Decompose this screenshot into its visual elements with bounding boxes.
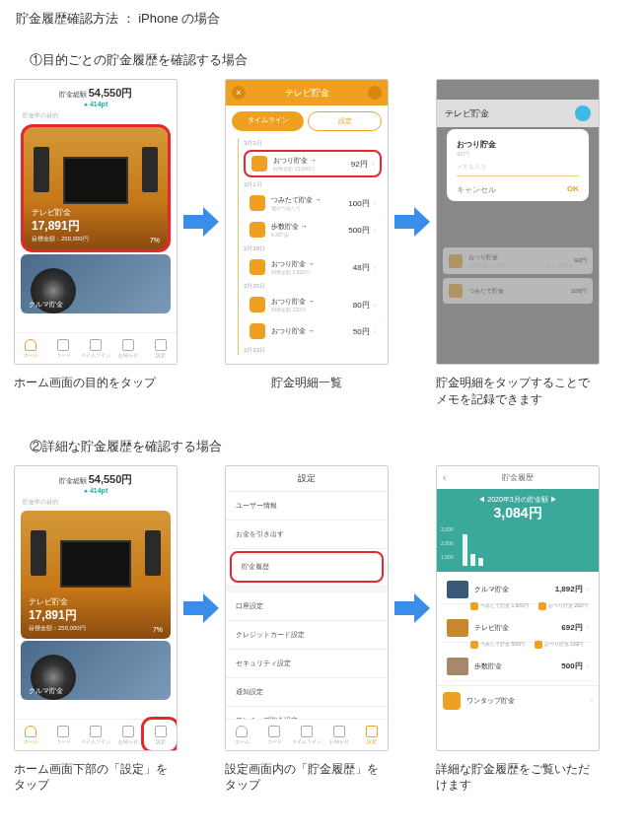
cancel-button[interactable]: キャンセル (457, 184, 496, 195)
bottom-nav: ホーム カード タイムライン お知らせ 設定 (226, 719, 388, 750)
timeline-icon (90, 726, 102, 737)
onetap-icon (443, 692, 461, 710)
screen-timeline: × テレビ貯金 タイムライン 設定 3月3日 おつり貯金 →利用金額 13,60… (225, 79, 389, 365)
chevron-right-icon: › (587, 586, 589, 592)
thumb-icon (447, 581, 468, 598)
close-icon[interactable]: × (232, 86, 246, 100)
modal-bg-header: テレビ貯金 (437, 100, 599, 127)
coin-icon (251, 156, 267, 172)
arrow-icon (394, 207, 430, 237)
gear-icon (366, 726, 378, 737)
date-label: 3月1日 (244, 180, 382, 189)
nav-home[interactable]: ホーム (15, 333, 47, 364)
memo-dialog: おつり貯金 92円 メモを入力 キャンセル OK (447, 129, 589, 201)
nav-settings[interactable]: 設定 (144, 720, 177, 750)
dialog-title: おつり貯金 (457, 139, 579, 150)
coin-icon (250, 297, 265, 313)
history-chart: 3,000 2,000 1,000 (437, 524, 599, 572)
settings-item-card[interactable]: クレジットカード設定 (226, 621, 388, 650)
goal-card-car[interactable]: クルマ貯金 (21, 641, 171, 700)
timeline-item[interactable]: おつり貯金 →利用金額 220円 80円› (244, 293, 382, 316)
tab-settings[interactable]: 設定 (308, 111, 382, 131)
home-icon (25, 726, 36, 737)
card-icon (57, 339, 69, 351)
dialog-amount: 92円 (457, 150, 579, 159)
history-row[interactable]: 歩数貯金 500円 › (443, 653, 593, 681)
home-icon (236, 726, 248, 737)
goal-target: 目標金額：250,000円 (32, 235, 160, 243)
settings-item-notify[interactable]: 通知設定 (226, 678, 388, 707)
history-row[interactable]: クルマ貯金 1,892円 › (443, 576, 593, 604)
ok-button[interactable]: OK (567, 184, 579, 195)
dim-item: おつり貯金利用金額 13,600円 マスターカード本人 MON s92円 (443, 247, 593, 274)
history-row[interactable]: テレビ貯金 692円 › (443, 614, 593, 643)
nav-settings[interactable]: 設定 (144, 333, 177, 364)
history-month: ◀ 2020年3月の貯金額 ▶ (437, 495, 599, 505)
dim-item: つみたて貯金100円 (443, 278, 593, 304)
settings-item-account[interactable]: 口座設定 (226, 592, 388, 621)
screen-home-1: 貯金総額54,550円 ● 414pt 貯金中の目的 テレビ貯金 17,891円… (14, 79, 178, 365)
total-value: 54,550円 (89, 87, 133, 99)
points-badge[interactable]: ● 414pt (15, 101, 177, 107)
nav-timeline[interactable]: タイムライン (80, 333, 112, 364)
onetap-footer[interactable]: ワンタップ貯金 › (437, 685, 599, 716)
bell-icon (333, 726, 345, 737)
date-label: 3月3日 (244, 139, 382, 148)
screen-home-2: 貯金総額54,550円 ● 414pt 貯金中の目的 テレビ貯金 17,891円… (14, 465, 178, 751)
timeline-item[interactable]: おつり貯金 → 50円› (244, 319, 382, 343)
goal-pct: 7% (150, 237, 160, 243)
goal-amount: 17,891円 (32, 218, 160, 235)
nav-notice[interactable]: お知らせ (111, 720, 144, 750)
bell-icon (122, 726, 134, 737)
tab-timeline[interactable]: タイムライン (232, 111, 304, 131)
more-icon[interactable] (368, 86, 382, 100)
goal-card-tv[interactable]: テレビ貯金 17,891円 目標金額：250,000円 7% (21, 511, 171, 639)
timeline-item[interactable]: おつり貯金 →利用金額 2,952円 48円› (244, 255, 382, 279)
settings-item-withdraw[interactable]: お金を引き出す (226, 521, 388, 549)
row-2: 貯金総額54,550円 ● 414pt 貯金中の目的 テレビ貯金 17,891円… (0, 465, 644, 751)
nav-card[interactable]: カード (47, 333, 80, 364)
memo-input[interactable]: メモを入力 (457, 163, 579, 176)
nav-card[interactable]: カード (47, 720, 80, 750)
timeline-item[interactable]: 歩数貯金 →6,587歩 500円› (244, 218, 382, 242)
timeline-icon (90, 339, 102, 351)
coin-icon (250, 323, 265, 339)
points-badge[interactable]: ● 414pt (15, 487, 177, 494)
caption-1c: 貯金明細をタップすることでメモを記録できます (436, 375, 600, 408)
nav-home[interactable]: ホーム (226, 720, 258, 750)
settings-item-history[interactable]: 貯金履歴 (230, 551, 384, 583)
goal-card-tv[interactable]: テレビ貯金 17,891円 目標金額：250,000円 7% (21, 124, 171, 252)
goals-subhead: 貯金中の目的 (15, 109, 177, 122)
row-1: 貯金総額54,550円 ● 414pt 貯金中の目的 テレビ貯金 17,891円… (0, 79, 644, 365)
nav-notice[interactable]: お知らせ (111, 333, 144, 364)
timeline-icon (301, 726, 313, 737)
settings-item-user[interactable]: ユーザー情報 (226, 492, 388, 521)
timeline-item[interactable]: つみたて貯金 →週次つみたて 100円› (244, 191, 382, 215)
arrow-icon (183, 207, 219, 237)
goal-card-car[interactable]: クルマ貯金 (21, 254, 171, 313)
section-2-title: ②詳細な貯金履歴を確認する場合 (0, 438, 644, 455)
nav-timeline[interactable]: タイムライン (291, 720, 323, 750)
date-label: 2月23日 (244, 346, 382, 355)
settings-item-security[interactable]: セキュリティ設定 (226, 650, 388, 678)
back-icon[interactable]: ‹ (443, 472, 446, 483)
caption-1b: 貯金明細一覧 (225, 375, 389, 408)
timeline-header: × テレビ貯金 (226, 80, 388, 105)
history-header: ‹ 貯金履歴 (437, 466, 599, 489)
chevron-right-icon: › (372, 161, 374, 168)
nav-home[interactable]: ホーム (15, 720, 47, 750)
date-label: 2月25日 (244, 282, 382, 291)
caption-2c: 詳細な貯金履歴をご覧いただけます (436, 761, 600, 795)
nav-settings[interactable]: 設定 (355, 720, 388, 750)
history-total: 3,084円 (437, 505, 599, 522)
share-icon[interactable] (575, 105, 591, 121)
piggy-icon (250, 195, 265, 211)
gear-icon (155, 726, 167, 737)
timeline-item[interactable]: おつり貯金 →利用金額 13,600円 92円› (244, 150, 382, 177)
document-title: 貯金履歴確認方法 ： iPhone の場合 (0, 10, 644, 28)
screen-history: ‹ 貯金履歴 ◀ 2020年3月の貯金額 ▶ 3,084円 3,000 2,00… (436, 465, 600, 751)
nav-timeline[interactable]: タイムライン (80, 720, 112, 750)
nav-notice[interactable]: お知らせ (322, 720, 355, 750)
nav-card[interactable]: カード (258, 720, 291, 750)
caption-2a: ホーム画面下部の「設定」をタップ (14, 761, 178, 795)
